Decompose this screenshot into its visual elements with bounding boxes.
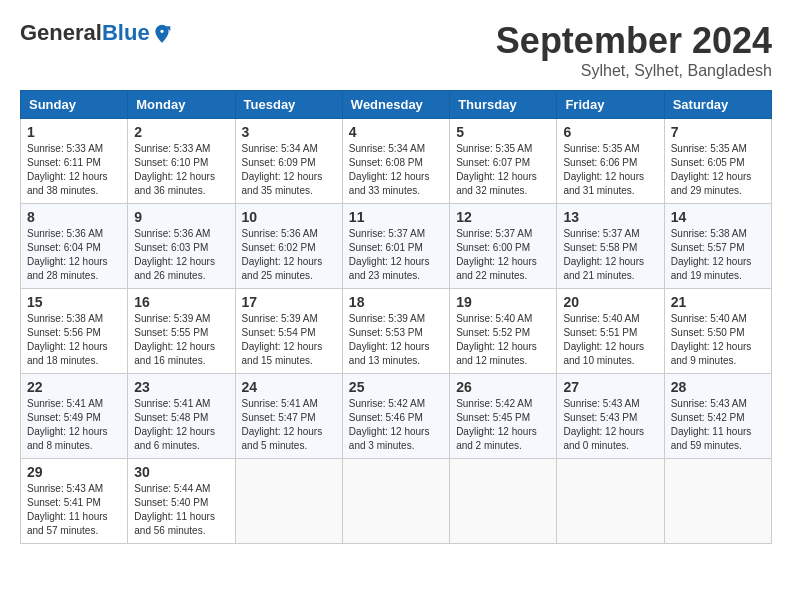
table-row: 6Sunrise: 5:35 AMSunset: 6:06 PMDaylight… (557, 119, 664, 204)
day-number: 14 (671, 209, 765, 225)
day-info: Sunrise: 5:37 AMSunset: 6:01 PMDaylight:… (349, 227, 443, 283)
day-info: Sunrise: 5:40 AMSunset: 5:50 PMDaylight:… (671, 312, 765, 368)
table-row: 29Sunrise: 5:43 AMSunset: 5:41 PMDayligh… (21, 459, 128, 544)
day-number: 15 (27, 294, 121, 310)
title-section: September 2024 Sylhet, Sylhet, Banglades… (496, 20, 772, 80)
col-thursday: Thursday (450, 91, 557, 119)
day-info: Sunrise: 5:35 AMSunset: 6:06 PMDaylight:… (563, 142, 657, 198)
calendar-week-row: 1Sunrise: 5:33 AMSunset: 6:11 PMDaylight… (21, 119, 772, 204)
table-row (450, 459, 557, 544)
table-row: 12Sunrise: 5:37 AMSunset: 6:00 PMDayligh… (450, 204, 557, 289)
table-row: 5Sunrise: 5:35 AMSunset: 6:07 PMDaylight… (450, 119, 557, 204)
day-info: Sunrise: 5:39 AMSunset: 5:53 PMDaylight:… (349, 312, 443, 368)
table-row: 16Sunrise: 5:39 AMSunset: 5:55 PMDayligh… (128, 289, 235, 374)
day-number: 27 (563, 379, 657, 395)
calendar-week-row: 29Sunrise: 5:43 AMSunset: 5:41 PMDayligh… (21, 459, 772, 544)
col-sunday: Sunday (21, 91, 128, 119)
col-friday: Friday (557, 91, 664, 119)
day-info: Sunrise: 5:36 AMSunset: 6:03 PMDaylight:… (134, 227, 228, 283)
day-number: 5 (456, 124, 550, 140)
table-row: 25Sunrise: 5:42 AMSunset: 5:46 PMDayligh… (342, 374, 449, 459)
day-info: Sunrise: 5:42 AMSunset: 5:46 PMDaylight:… (349, 397, 443, 453)
day-number: 4 (349, 124, 443, 140)
day-info: Sunrise: 5:41 AMSunset: 5:47 PMDaylight:… (242, 397, 336, 453)
day-number: 28 (671, 379, 765, 395)
table-row: 11Sunrise: 5:37 AMSunset: 6:01 PMDayligh… (342, 204, 449, 289)
day-number: 11 (349, 209, 443, 225)
table-row: 4Sunrise: 5:34 AMSunset: 6:08 PMDaylight… (342, 119, 449, 204)
day-info: Sunrise: 5:44 AMSunset: 5:40 PMDaylight:… (134, 482, 228, 538)
day-info: Sunrise: 5:36 AMSunset: 6:04 PMDaylight:… (27, 227, 121, 283)
table-row: 13Sunrise: 5:37 AMSunset: 5:58 PMDayligh… (557, 204, 664, 289)
table-row: 20Sunrise: 5:40 AMSunset: 5:51 PMDayligh… (557, 289, 664, 374)
day-info: Sunrise: 5:41 AMSunset: 5:49 PMDaylight:… (27, 397, 121, 453)
table-row: 17Sunrise: 5:39 AMSunset: 5:54 PMDayligh… (235, 289, 342, 374)
day-number: 23 (134, 379, 228, 395)
table-row (557, 459, 664, 544)
day-info: Sunrise: 5:43 AMSunset: 5:42 PMDaylight:… (671, 397, 765, 453)
table-row: 28Sunrise: 5:43 AMSunset: 5:42 PMDayligh… (664, 374, 771, 459)
col-wednesday: Wednesday (342, 91, 449, 119)
table-row: 15Sunrise: 5:38 AMSunset: 5:56 PMDayligh… (21, 289, 128, 374)
table-row: 26Sunrise: 5:42 AMSunset: 5:45 PMDayligh… (450, 374, 557, 459)
table-row: 7Sunrise: 5:35 AMSunset: 6:05 PMDaylight… (664, 119, 771, 204)
table-row: 3Sunrise: 5:34 AMSunset: 6:09 PMDaylight… (235, 119, 342, 204)
table-row: 14Sunrise: 5:38 AMSunset: 5:57 PMDayligh… (664, 204, 771, 289)
day-number: 1 (27, 124, 121, 140)
day-number: 20 (563, 294, 657, 310)
day-number: 26 (456, 379, 550, 395)
table-row (342, 459, 449, 544)
day-info: Sunrise: 5:33 AMSunset: 6:11 PMDaylight:… (27, 142, 121, 198)
table-row: 10Sunrise: 5:36 AMSunset: 6:02 PMDayligh… (235, 204, 342, 289)
table-row: 19Sunrise: 5:40 AMSunset: 5:52 PMDayligh… (450, 289, 557, 374)
table-row: 9Sunrise: 5:36 AMSunset: 6:03 PMDaylight… (128, 204, 235, 289)
day-number: 22 (27, 379, 121, 395)
day-number: 13 (563, 209, 657, 225)
logo: GeneralBlue (20, 20, 172, 46)
day-number: 6 (563, 124, 657, 140)
month-title: September 2024 (496, 20, 772, 62)
day-info: Sunrise: 5:43 AMSunset: 5:41 PMDaylight:… (27, 482, 121, 538)
calendar-week-row: 8Sunrise: 5:36 AMSunset: 6:04 PMDaylight… (21, 204, 772, 289)
day-number: 25 (349, 379, 443, 395)
day-info: Sunrise: 5:40 AMSunset: 5:52 PMDaylight:… (456, 312, 550, 368)
day-info: Sunrise: 5:38 AMSunset: 5:56 PMDaylight:… (27, 312, 121, 368)
day-number: 8 (27, 209, 121, 225)
day-info: Sunrise: 5:39 AMSunset: 5:55 PMDaylight:… (134, 312, 228, 368)
table-row: 23Sunrise: 5:41 AMSunset: 5:48 PMDayligh… (128, 374, 235, 459)
day-number: 2 (134, 124, 228, 140)
col-monday: Monday (128, 91, 235, 119)
table-row (235, 459, 342, 544)
col-tuesday: Tuesday (235, 91, 342, 119)
calendar-week-row: 15Sunrise: 5:38 AMSunset: 5:56 PMDayligh… (21, 289, 772, 374)
table-row: 30Sunrise: 5:44 AMSunset: 5:40 PMDayligh… (128, 459, 235, 544)
day-number: 21 (671, 294, 765, 310)
day-number: 19 (456, 294, 550, 310)
day-number: 17 (242, 294, 336, 310)
calendar-week-row: 22Sunrise: 5:41 AMSunset: 5:49 PMDayligh… (21, 374, 772, 459)
day-number: 24 (242, 379, 336, 395)
page-header: GeneralBlue September 2024 Sylhet, Sylhe… (20, 20, 772, 80)
table-row: 8Sunrise: 5:36 AMSunset: 6:04 PMDaylight… (21, 204, 128, 289)
day-info: Sunrise: 5:36 AMSunset: 6:02 PMDaylight:… (242, 227, 336, 283)
day-number: 29 (27, 464, 121, 480)
logo-blue-text: Blue (102, 20, 150, 46)
day-number: 3 (242, 124, 336, 140)
day-number: 10 (242, 209, 336, 225)
logo-general-text: General (20, 20, 102, 46)
day-info: Sunrise: 5:33 AMSunset: 6:10 PMDaylight:… (134, 142, 228, 198)
day-number: 12 (456, 209, 550, 225)
table-row: 2Sunrise: 5:33 AMSunset: 6:10 PMDaylight… (128, 119, 235, 204)
day-info: Sunrise: 5:35 AMSunset: 6:05 PMDaylight:… (671, 142, 765, 198)
day-info: Sunrise: 5:34 AMSunset: 6:08 PMDaylight:… (349, 142, 443, 198)
table-row: 1Sunrise: 5:33 AMSunset: 6:11 PMDaylight… (21, 119, 128, 204)
day-number: 7 (671, 124, 765, 140)
day-info: Sunrise: 5:37 AMSunset: 5:58 PMDaylight:… (563, 227, 657, 283)
day-info: Sunrise: 5:39 AMSunset: 5:54 PMDaylight:… (242, 312, 336, 368)
day-info: Sunrise: 5:38 AMSunset: 5:57 PMDaylight:… (671, 227, 765, 283)
col-saturday: Saturday (664, 91, 771, 119)
day-number: 18 (349, 294, 443, 310)
day-info: Sunrise: 5:41 AMSunset: 5:48 PMDaylight:… (134, 397, 228, 453)
logo-icon (152, 23, 172, 43)
day-info: Sunrise: 5:42 AMSunset: 5:45 PMDaylight:… (456, 397, 550, 453)
